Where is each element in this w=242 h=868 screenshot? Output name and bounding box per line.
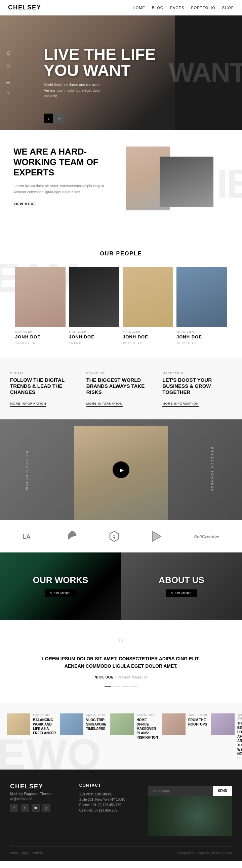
footer-social: f t in g [10, 804, 66, 812]
footer: CHELSEY Made by Fragrance Themes ali@him… [0, 770, 242, 861]
blog-info-1: May 27, 2018 BALANCING WORK AND LIFE AS … [33, 713, 56, 760]
nav-blog[interactable]: BLOG [152, 6, 164, 10]
instagram-icon[interactable]: ig [5, 89, 11, 94]
blog-info-2: April 22, 2019 VLOG TRIP: SINGAPORE TIME… [86, 713, 106, 760]
aboutus-overlay [121, 553, 242, 620]
hero-large-bg-text: WANT [169, 57, 242, 88]
nav-portfolio[interactable]: PORTFOLIO [191, 6, 215, 10]
blog-card-2: April 22, 2019 VLOG TRIP: SINGAPORE TIME… [60, 713, 106, 760]
footer-map [148, 796, 232, 836]
footer-top: CHELSEY Made by Fragrance Themes ali@him… [10, 783, 232, 836]
blog-date-1: May 27, 2018 [33, 713, 56, 717]
view-more-link[interactable]: VIEW MORE [13, 202, 36, 207]
footer-newsletter-form: SEND [148, 786, 232, 796]
team-social-4: TwFbG+Lin [177, 341, 227, 345]
service-title-3: LET'S BOOST YOUR BUSINESS & GROW TOGETHE… [162, 377, 232, 395]
service-link-2[interactable]: MORE INFORMATION [86, 402, 123, 407]
team-name-4: JONH DOE [177, 334, 227, 339]
blog-date-5: April 1, 2019 [237, 713, 242, 720]
logos-section: LA Q SelfCreative [0, 520, 242, 553]
svg-text:SelfCreative: SelfCreative [194, 534, 219, 539]
blog-title-5[interactable]: THE BEST LOVE AFFAIRS ARE THOSE WE NEVER [237, 721, 242, 756]
footer-tagline: Made by Fragrance Themes [10, 792, 66, 796]
footer-link-1[interactable]: Home [10, 851, 18, 855]
blog-info-5: April 1, 2019 THE BEST LOVE AFFAIRS ARE … [237, 713, 242, 760]
blog-info-4: April 10, 2019 FROM THE ROOFTOPS [188, 713, 207, 760]
logo-leaf [66, 530, 78, 542]
about-bg-letter: IE [217, 163, 242, 204]
footer-link-3[interactable]: Portfolio [32, 851, 43, 855]
footer-credit: Designed by Fragrance Themes © 2018 [178, 851, 232, 855]
service-card-digital: DIGITAL FOLLOW THE DIGITAL TRENDS & LEAD… [10, 372, 80, 406]
prev-slide-button[interactable]: ‹ [44, 114, 53, 123]
nav-dot-1[interactable] [104, 686, 111, 686]
team-name-1: JONH DOE [15, 334, 65, 339]
blog-section: EWO May 27, 2018 BALANCING WORK AND LIFE… [0, 703, 242, 770]
team-role-2: Manager [69, 330, 119, 333]
blog-date-2: April 22, 2019 [86, 713, 106, 717]
svg-marker-3 [152, 531, 161, 541]
blog-title-3[interactable]: HOME OFFICE MAKEOVER PLANS: INSPIRATION [137, 718, 158, 740]
header-nav: HOME BLOG PAGES PORTFOLIO SHOP [133, 6, 234, 10]
hero-arrows: ‹ › [44, 114, 64, 123]
blog-date-3: April 15, 2019 [137, 713, 158, 717]
blog-card-4: April 10, 2019 FROM THE ROOFTOPS [162, 713, 207, 760]
footer-linkedin-icon[interactable]: in [32, 804, 40, 812]
nav-pages[interactable]: PAGES [170, 6, 184, 10]
team-grid: Manager JONH DOE TwFbG+Lin Manager JONH … [7, 267, 235, 345]
works-view-more-btn-2[interactable]: VIEW MORE [166, 589, 197, 597]
hero-slide-number: 03 [6, 51, 10, 56]
hero-slide-counter: —10 [6, 59, 10, 68]
blog-card-5: April 1, 2019 THE BEST LOVE AFFAIRS ARE … [211, 713, 242, 760]
service-tag-2: BRANDING [86, 372, 156, 375]
blog-title-2[interactable]: VLOG TRIP: SINGAPORE TIMELAPSE [86, 718, 106, 731]
nav-dot-2[interactable] [113, 686, 120, 686]
nav-dot-4[interactable] [131, 686, 138, 686]
team-name-3: JONH DOE [123, 334, 173, 339]
facebook-icon[interactable]: f [5, 71, 11, 77]
blog-title-4[interactable]: FROM THE ROOFTOPS [188, 718, 207, 726]
footer-newsletter-col: SEND [148, 783, 232, 836]
team-name-2: JONH DOE [69, 334, 119, 339]
service-card-marketing: MARKETING LET'S BOOST YOUR BUSINESS & GR… [162, 372, 232, 406]
footer-google-icon[interactable]: g [42, 804, 51, 812]
nav-dot-3[interactable] [122, 686, 129, 686]
footer-link-2[interactable]: Blog [22, 851, 28, 855]
works-card-title-2: ABOUT US [159, 575, 204, 585]
logo-selfcreative: SelfCreative [193, 532, 220, 541]
play-button[interactable] [113, 461, 129, 478]
team-social-2: TwFbG+ [69, 341, 119, 345]
footer-map-visual [148, 796, 232, 836]
svg-text:Q: Q [113, 535, 115, 539]
team-card: Manager JONH DOE TwFbG+Lin [177, 267, 227, 345]
service-link-1[interactable]: MORE INFORMATION [10, 402, 47, 407]
quote-icon: " [20, 637, 222, 652]
footer-contact-col: CONTACT 118 West 21th Street, Suite 221,… [79, 783, 135, 836]
footer-email-input[interactable] [148, 786, 213, 796]
twitter-icon[interactable]: tw [5, 80, 11, 86]
video-section: WATCH A REVIEW REBECCA JOHNSON [0, 420, 242, 520]
hero-subtitle: Morbi tincidunt durus and tos amet. Aene… [44, 82, 111, 99]
footer-subscribe-button[interactable]: SEND [213, 786, 232, 796]
works-view-more-btn-1[interactable]: VIEW MORE [45, 589, 76, 597]
nav-home[interactable]: HOME [133, 6, 145, 10]
blog-title-1[interactable]: BALANCING WORK AND LIFE AS A FREELANCER [33, 718, 56, 735]
blog-thumb-4 [162, 713, 185, 735]
about-text: WE ARE A HARD-WORKING TEAM OF EXPERTS Lo… [13, 147, 126, 220]
blog-card-3: April 15, 2019 HOME OFFICE MAKEOVER PLAN… [110, 713, 158, 760]
hero-social: 03 —10 f tw ig [5, 51, 11, 94]
team-card: Manager JONH DOE TwFbG+ [69, 267, 119, 345]
next-slide-button[interactable]: › [55, 114, 64, 123]
about-image-bridge [160, 157, 213, 207]
service-link-3[interactable]: MORE INFORMATION [162, 402, 199, 407]
footer-contact-title: CONTACT [79, 783, 135, 788]
footer-twitter-icon[interactable]: t [21, 804, 29, 812]
team-section-title: OUR PEOPLE [7, 251, 235, 257]
video-side-right-text: REBECCA JOHNSON [211, 447, 214, 493]
service-title-2: THE BIGGEST WORLD BRANDS ALWAYS TAKE RIS… [86, 377, 156, 395]
team-social-1: TwFbG+Lin [15, 341, 65, 345]
works-grid: OUR WORKS VIEW MORE ABOUT US VIEW MORE [0, 553, 242, 620]
footer-facebook-icon[interactable]: f [10, 804, 18, 812]
nav-shop[interactable]: SHOP [222, 6, 234, 10]
works-card: OUR WORKS VIEW MORE [0, 553, 121, 620]
